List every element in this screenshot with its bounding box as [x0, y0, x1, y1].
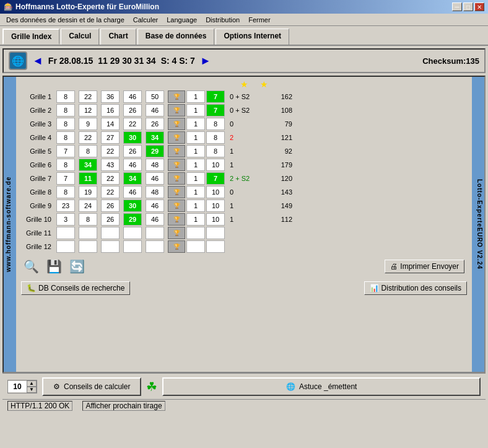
- distribution-button[interactable]: 📊 Distribution des conseils: [364, 281, 467, 295]
- grille-num[interactable]: 8: [79, 145, 97, 157]
- menu-donnees[interactable]: Des données de dessin et de la charge: [2, 15, 128, 25]
- grille-num[interactable]: 8: [56, 159, 75, 171]
- conseils-button[interactable]: ⚙ Conseils de calculer: [42, 377, 141, 396]
- tab-chart[interactable]: Chart: [100, 29, 136, 45]
- star1-value[interactable]: 1: [186, 90, 205, 103]
- tab-grille-index[interactable]: Grille Index: [2, 29, 59, 45]
- star2-value[interactable]: 10: [206, 213, 225, 226]
- grille-num[interactable]: 34: [79, 159, 97, 171]
- star2-value[interactable]: 7: [206, 90, 225, 103]
- star1-value[interactable]: [186, 240, 205, 253]
- grille-num[interactable]: 22: [79, 131, 97, 144]
- grille-num[interactable]: 8: [56, 104, 75, 116]
- star2-value[interactable]: 10: [206, 186, 225, 198]
- grille-num[interactable]: 16: [101, 104, 120, 116]
- tab-calcul[interactable]: Calcul: [61, 29, 99, 45]
- grille-num[interactable]: 23: [56, 200, 75, 212]
- grille-num[interactable]: 22: [79, 90, 97, 103]
- grille-num[interactable]: [123, 227, 142, 239]
- maximize-button[interactable]: □: [463, 2, 473, 11]
- star2-value[interactable]: 10: [206, 159, 225, 171]
- grille-num[interactable]: 22: [123, 118, 142, 130]
- grille-num[interactable]: 50: [146, 90, 164, 103]
- star2-value[interactable]: 10: [206, 200, 225, 212]
- grille-num[interactable]: 34: [123, 172, 142, 185]
- menu-language[interactable]: Language: [163, 15, 201, 25]
- grille-num[interactable]: 29: [146, 145, 164, 157]
- grille-num[interactable]: 22: [101, 145, 120, 157]
- grille-num[interactable]: 46: [146, 213, 164, 226]
- star1-value[interactable]: 1: [186, 159, 205, 171]
- grille-num[interactable]: 46: [146, 200, 164, 212]
- star2-value[interactable]: 8: [206, 145, 225, 157]
- grille-num[interactable]: 24: [79, 200, 97, 212]
- star1-value[interactable]: 1: [186, 104, 205, 116]
- grille-num[interactable]: [146, 240, 164, 253]
- star2-value[interactable]: 7: [206, 172, 225, 185]
- minimize-button[interactable]: ─: [452, 2, 462, 11]
- grille-num[interactable]: [101, 240, 120, 253]
- grille-num[interactable]: 7: [56, 172, 75, 185]
- grille-num[interactable]: 46: [146, 104, 164, 116]
- star1-value[interactable]: 1: [186, 131, 205, 144]
- grille-num[interactable]: [146, 227, 164, 239]
- grille-num[interactable]: 8: [56, 90, 75, 103]
- star1-value[interactable]: 1: [186, 213, 205, 226]
- astuce-button[interactable]: 🌐 Astuce _émettent: [162, 377, 481, 396]
- grille-num[interactable]: 3: [56, 213, 75, 226]
- spinner-down[interactable]: ▼: [27, 387, 37, 393]
- grille-num[interactable]: 8: [56, 131, 75, 144]
- grille-num[interactable]: 27: [101, 131, 120, 144]
- grille-num[interactable]: 43: [101, 159, 120, 171]
- menu-distribution[interactable]: Distribution: [202, 15, 243, 25]
- star2-value[interactable]: [206, 227, 225, 239]
- star1-value[interactable]: 1: [186, 186, 205, 198]
- grille-num[interactable]: 26: [101, 200, 120, 212]
- grille-num[interactable]: 46: [123, 90, 142, 103]
- star1-value[interactable]: [186, 227, 205, 239]
- grille-num[interactable]: 11: [79, 172, 97, 185]
- menu-calculer[interactable]: Calculer: [129, 15, 162, 25]
- grille-num[interactable]: 46: [123, 159, 142, 171]
- grille-num[interactable]: [123, 240, 142, 253]
- star1-value[interactable]: 1: [186, 200, 205, 212]
- grille-num[interactable]: [56, 227, 75, 239]
- save-icon[interactable]: 💾: [46, 259, 62, 274]
- star2-value[interactable]: 8: [206, 118, 225, 130]
- grille-num[interactable]: 26: [123, 145, 142, 157]
- grille-num[interactable]: 46: [123, 186, 142, 198]
- tab-options-internet[interactable]: Options Internet: [216, 29, 289, 45]
- grille-num[interactable]: 22: [101, 186, 120, 198]
- star1-value[interactable]: 1: [186, 145, 205, 157]
- load-icon[interactable]: 🔍: [24, 259, 39, 274]
- grille-num[interactable]: 26: [101, 213, 120, 226]
- star2-value[interactable]: [206, 240, 225, 253]
- grille-num[interactable]: 8: [79, 213, 97, 226]
- grille-num[interactable]: 8: [56, 118, 75, 130]
- close-button[interactable]: ✕: [474, 2, 484, 11]
- grille-num[interactable]: 30: [123, 200, 142, 212]
- grille-num[interactable]: 48: [146, 159, 164, 171]
- grille-num[interactable]: 30: [123, 131, 142, 144]
- star1-value[interactable]: 1: [186, 172, 205, 185]
- next-button[interactable]: ►: [200, 55, 211, 68]
- grille-num[interactable]: 29: [123, 213, 142, 226]
- star1-value[interactable]: 1: [186, 118, 205, 130]
- grille-num[interactable]: [79, 240, 97, 253]
- grille-num[interactable]: 12: [79, 104, 97, 116]
- grille-num[interactable]: 26: [146, 118, 164, 130]
- grille-num[interactable]: [101, 227, 120, 239]
- grille-num[interactable]: 14: [101, 118, 120, 130]
- grille-num[interactable]: 9: [79, 118, 97, 130]
- grille-num[interactable]: 26: [123, 104, 142, 116]
- grille-num[interactable]: 22: [101, 172, 120, 185]
- globe-button[interactable]: 🌐: [9, 51, 27, 70]
- db-conseils-button[interactable]: 🐛 DB Conseils de recherche: [21, 281, 130, 295]
- spinner-value[interactable]: 10: [8, 381, 27, 392]
- grille-num[interactable]: [79, 227, 97, 239]
- grille-num[interactable]: 48: [146, 186, 164, 198]
- grille-num[interactable]: 19: [79, 186, 97, 198]
- spinner-up[interactable]: ▲: [27, 380, 37, 387]
- print-button[interactable]: 🖨 Imprimer Envoyer: [385, 260, 464, 273]
- prev-button[interactable]: ◄: [32, 55, 43, 68]
